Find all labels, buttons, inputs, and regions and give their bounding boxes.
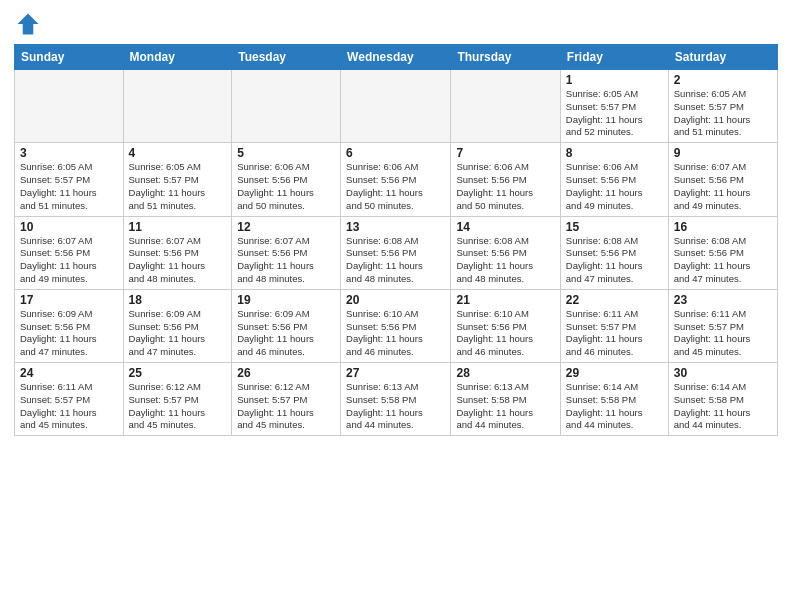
calendar-cell-4-5: 21Sunrise: 6:10 AM Sunset: 5:56 PM Dayli…	[451, 289, 560, 362]
calendar-cell-2-6: 8Sunrise: 6:06 AM Sunset: 5:56 PM Daylig…	[560, 143, 668, 216]
day-info: Sunrise: 6:05 AM Sunset: 5:57 PM Dayligh…	[566, 88, 663, 139]
day-number: 23	[674, 293, 772, 307]
day-number: 12	[237, 220, 335, 234]
day-info: Sunrise: 6:06 AM Sunset: 5:56 PM Dayligh…	[237, 161, 335, 212]
day-info: Sunrise: 6:14 AM Sunset: 5:58 PM Dayligh…	[674, 381, 772, 432]
logo	[14, 10, 46, 38]
header	[14, 10, 778, 38]
calendar-cell-4-6: 22Sunrise: 6:11 AM Sunset: 5:57 PM Dayli…	[560, 289, 668, 362]
day-info: Sunrise: 6:08 AM Sunset: 5:56 PM Dayligh…	[456, 235, 554, 286]
calendar-cell-5-2: 25Sunrise: 6:12 AM Sunset: 5:57 PM Dayli…	[123, 363, 232, 436]
day-info: Sunrise: 6:12 AM Sunset: 5:57 PM Dayligh…	[237, 381, 335, 432]
calendar-week-5: 24Sunrise: 6:11 AM Sunset: 5:57 PM Dayli…	[15, 363, 778, 436]
day-number: 24	[20, 366, 118, 380]
weekday-header-thursday: Thursday	[451, 45, 560, 70]
day-number: 19	[237, 293, 335, 307]
weekday-header-tuesday: Tuesday	[232, 45, 341, 70]
calendar-cell-1-6: 1Sunrise: 6:05 AM Sunset: 5:57 PM Daylig…	[560, 70, 668, 143]
calendar-cell-3-6: 15Sunrise: 6:08 AM Sunset: 5:56 PM Dayli…	[560, 216, 668, 289]
day-info: Sunrise: 6:09 AM Sunset: 5:56 PM Dayligh…	[237, 308, 335, 359]
day-number: 29	[566, 366, 663, 380]
calendar-cell-5-6: 29Sunrise: 6:14 AM Sunset: 5:58 PM Dayli…	[560, 363, 668, 436]
calendar-cell-1-1	[15, 70, 124, 143]
day-info: Sunrise: 6:08 AM Sunset: 5:56 PM Dayligh…	[674, 235, 772, 286]
day-number: 8	[566, 146, 663, 160]
calendar-cell-1-3	[232, 70, 341, 143]
calendar-cell-5-5: 28Sunrise: 6:13 AM Sunset: 5:58 PM Dayli…	[451, 363, 560, 436]
calendar-cell-3-4: 13Sunrise: 6:08 AM Sunset: 5:56 PM Dayli…	[341, 216, 451, 289]
day-number: 11	[129, 220, 227, 234]
calendar-week-3: 10Sunrise: 6:07 AM Sunset: 5:56 PM Dayli…	[15, 216, 778, 289]
day-number: 30	[674, 366, 772, 380]
day-number: 10	[20, 220, 118, 234]
day-info: Sunrise: 6:11 AM Sunset: 5:57 PM Dayligh…	[566, 308, 663, 359]
calendar-header-row: SundayMondayTuesdayWednesdayThursdayFrid…	[15, 45, 778, 70]
day-info: Sunrise: 6:10 AM Sunset: 5:56 PM Dayligh…	[346, 308, 445, 359]
day-number: 5	[237, 146, 335, 160]
calendar-cell-2-3: 5Sunrise: 6:06 AM Sunset: 5:56 PM Daylig…	[232, 143, 341, 216]
day-number: 18	[129, 293, 227, 307]
calendar-cell-2-2: 4Sunrise: 6:05 AM Sunset: 5:57 PM Daylig…	[123, 143, 232, 216]
page: SundayMondayTuesdayWednesdayThursdayFrid…	[0, 0, 792, 612]
svg-marker-1	[18, 14, 39, 35]
day-number: 7	[456, 146, 554, 160]
day-number: 2	[674, 73, 772, 87]
calendar-cell-3-5: 14Sunrise: 6:08 AM Sunset: 5:56 PM Dayli…	[451, 216, 560, 289]
calendar-week-2: 3Sunrise: 6:05 AM Sunset: 5:57 PM Daylig…	[15, 143, 778, 216]
day-number: 3	[20, 146, 118, 160]
calendar-cell-3-2: 11Sunrise: 6:07 AM Sunset: 5:56 PM Dayli…	[123, 216, 232, 289]
day-number: 6	[346, 146, 445, 160]
weekday-header-saturday: Saturday	[668, 45, 777, 70]
calendar-cell-5-7: 30Sunrise: 6:14 AM Sunset: 5:58 PM Dayli…	[668, 363, 777, 436]
day-number: 14	[456, 220, 554, 234]
calendar-cell-1-5	[451, 70, 560, 143]
day-info: Sunrise: 6:05 AM Sunset: 5:57 PM Dayligh…	[129, 161, 227, 212]
calendar-week-4: 17Sunrise: 6:09 AM Sunset: 5:56 PM Dayli…	[15, 289, 778, 362]
day-number: 25	[129, 366, 227, 380]
day-number: 16	[674, 220, 772, 234]
weekday-header-wednesday: Wednesday	[341, 45, 451, 70]
day-number: 20	[346, 293, 445, 307]
calendar-cell-2-1: 3Sunrise: 6:05 AM Sunset: 5:57 PM Daylig…	[15, 143, 124, 216]
day-info: Sunrise: 6:11 AM Sunset: 5:57 PM Dayligh…	[674, 308, 772, 359]
calendar-table: SundayMondayTuesdayWednesdayThursdayFrid…	[14, 44, 778, 436]
day-number: 22	[566, 293, 663, 307]
calendar-cell-5-1: 24Sunrise: 6:11 AM Sunset: 5:57 PM Dayli…	[15, 363, 124, 436]
day-number: 13	[346, 220, 445, 234]
day-info: Sunrise: 6:07 AM Sunset: 5:56 PM Dayligh…	[237, 235, 335, 286]
day-info: Sunrise: 6:07 AM Sunset: 5:56 PM Dayligh…	[129, 235, 227, 286]
day-number: 28	[456, 366, 554, 380]
day-info: Sunrise: 6:12 AM Sunset: 5:57 PM Dayligh…	[129, 381, 227, 432]
calendar-cell-5-4: 27Sunrise: 6:13 AM Sunset: 5:58 PM Dayli…	[341, 363, 451, 436]
calendar-cell-4-2: 18Sunrise: 6:09 AM Sunset: 5:56 PM Dayli…	[123, 289, 232, 362]
day-number: 15	[566, 220, 663, 234]
calendar-cell-1-2	[123, 70, 232, 143]
day-number: 1	[566, 73, 663, 87]
day-info: Sunrise: 6:06 AM Sunset: 5:56 PM Dayligh…	[456, 161, 554, 212]
day-info: Sunrise: 6:11 AM Sunset: 5:57 PM Dayligh…	[20, 381, 118, 432]
calendar-cell-1-4	[341, 70, 451, 143]
day-number: 26	[237, 366, 335, 380]
day-info: Sunrise: 6:08 AM Sunset: 5:56 PM Dayligh…	[566, 235, 663, 286]
calendar-cell-4-3: 19Sunrise: 6:09 AM Sunset: 5:56 PM Dayli…	[232, 289, 341, 362]
day-number: 17	[20, 293, 118, 307]
calendar-cell-3-3: 12Sunrise: 6:07 AM Sunset: 5:56 PM Dayli…	[232, 216, 341, 289]
day-info: Sunrise: 6:13 AM Sunset: 5:58 PM Dayligh…	[346, 381, 445, 432]
day-info: Sunrise: 6:07 AM Sunset: 5:56 PM Dayligh…	[674, 161, 772, 212]
calendar-cell-4-1: 17Sunrise: 6:09 AM Sunset: 5:56 PM Dayli…	[15, 289, 124, 362]
calendar-cell-2-7: 9Sunrise: 6:07 AM Sunset: 5:56 PM Daylig…	[668, 143, 777, 216]
day-number: 21	[456, 293, 554, 307]
calendar-cell-3-7: 16Sunrise: 6:08 AM Sunset: 5:56 PM Dayli…	[668, 216, 777, 289]
day-info: Sunrise: 6:09 AM Sunset: 5:56 PM Dayligh…	[129, 308, 227, 359]
weekday-header-friday: Friday	[560, 45, 668, 70]
weekday-header-monday: Monday	[123, 45, 232, 70]
day-info: Sunrise: 6:13 AM Sunset: 5:58 PM Dayligh…	[456, 381, 554, 432]
day-info: Sunrise: 6:05 AM Sunset: 5:57 PM Dayligh…	[20, 161, 118, 212]
calendar-cell-2-5: 7Sunrise: 6:06 AM Sunset: 5:56 PM Daylig…	[451, 143, 560, 216]
day-info: Sunrise: 6:07 AM Sunset: 5:56 PM Dayligh…	[20, 235, 118, 286]
day-info: Sunrise: 6:06 AM Sunset: 5:56 PM Dayligh…	[566, 161, 663, 212]
day-number: 9	[674, 146, 772, 160]
calendar-cell-1-7: 2Sunrise: 6:05 AM Sunset: 5:57 PM Daylig…	[668, 70, 777, 143]
calendar-cell-2-4: 6Sunrise: 6:06 AM Sunset: 5:56 PM Daylig…	[341, 143, 451, 216]
calendar-cell-4-7: 23Sunrise: 6:11 AM Sunset: 5:57 PM Dayli…	[668, 289, 777, 362]
